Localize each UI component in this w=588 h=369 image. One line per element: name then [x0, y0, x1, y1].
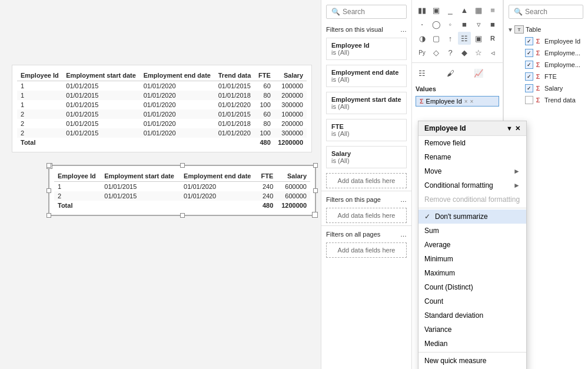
viz-more1[interactable]: ≡ — [486, 4, 499, 16]
viz-decomp[interactable]: ◆ — [458, 46, 471, 59]
menu-new-quick-measure[interactable]: New quick measure — [418, 354, 526, 368]
table-icon: T — [514, 25, 524, 34]
canvas-area: Employee Id Employment start date Employ… — [0, 0, 321, 369]
menu-count-distinct[interactable]: Count (Distinct) — [418, 280, 526, 294]
handle-top-right[interactable] — [313, 163, 318, 168]
sigma-icon-trend: Σ — [533, 96, 543, 104]
viz-column[interactable]: ▦ — [472, 4, 485, 16]
field-checkbox-emp-end[interactable]: ✓ — [525, 49, 533, 57]
handle-top-left[interactable] — [46, 163, 51, 168]
tree-emp-end[interactable]: ✓ Σ Employme... — [506, 47, 586, 59]
menu-variance[interactable]: Variance — [418, 323, 526, 337]
handle-bottom-right[interactable] — [313, 213, 318, 218]
tree-emp-start[interactable]: ✓ Σ Employme... — [506, 59, 586, 71]
bottom-table-visual: Employee Id Employment start date Employ… — [48, 165, 316, 216]
menu-remove-field[interactable]: Remove field — [418, 136, 526, 150]
handle-top[interactable] — [180, 163, 185, 168]
format-fields-icon[interactable]: ☷ — [416, 67, 428, 79]
viz-area[interactable]: ▲ — [458, 4, 471, 16]
viz-treemap[interactable]: ■ — [458, 18, 471, 31]
field-checkbox-fte[interactable]: ✓ — [525, 72, 533, 81]
viz-donut[interactable]: ◦ — [444, 18, 457, 31]
viz-gauge[interactable]: ◑ — [416, 32, 428, 45]
menu-minimum[interactable]: Minimum — [418, 252, 526, 266]
arrow-right-icon: ► — [513, 167, 520, 175]
handle-bottom-left[interactable] — [46, 213, 51, 218]
viz-kpi[interactable]: ↑ — [444, 32, 457, 45]
field-label-trend: Trend data — [544, 97, 584, 104]
handle-left[interactable] — [46, 188, 51, 193]
table-row: 201/01/201501/01/202001/01/201560100000 — [17, 109, 307, 119]
menu-move[interactable]: Move ► — [418, 164, 526, 178]
tree-employee-id[interactable]: ✓ Σ Employee Id — [506, 35, 586, 47]
tree-fte[interactable]: ✓ Σ FTE — [506, 71, 586, 82]
field-label-salary: Salary — [544, 85, 584, 92]
col-employee-id-b: Employee Id — [54, 171, 101, 182]
arrow-right-icon-2: ► — [513, 181, 520, 190]
fields-search-box[interactable]: 🔍 — [509, 5, 583, 19]
add-data-visual-btn[interactable]: Add data fields here — [326, 173, 407, 188]
viz-key[interactable]: ☆ — [472, 46, 485, 59]
viz-scatter[interactable]: ⋅ — [416, 18, 428, 31]
viz-clustered-bar[interactable]: ▣ — [430, 4, 443, 16]
fields-search-input[interactable] — [525, 8, 578, 16]
menu-sum[interactable]: Sum — [418, 224, 526, 238]
context-menu-sort-icon[interactable]: ▼ — [506, 125, 513, 132]
viz-table[interactable]: ☷ — [458, 32, 471, 45]
col-salary-b: Salary — [277, 171, 310, 182]
tree-expand-icon[interactable]: ▼ — [507, 26, 514, 33]
tree-table-node[interactable]: ▼ T Table — [506, 24, 586, 35]
tree-salary[interactable]: ✓ Σ Salary — [506, 82, 586, 94]
viz-map[interactable]: ◇ — [430, 46, 443, 59]
viz-line[interactable]: ⎯ — [444, 4, 457, 16]
filter-card-salary[interactable]: Salary is (All) — [326, 146, 407, 168]
field-label-employee-id: Employee Id — [544, 38, 584, 45]
table-label: Table — [526, 26, 584, 33]
handle-right[interactable] — [313, 188, 318, 193]
field-checkbox-employee-id[interactable]: ✓ — [525, 37, 533, 45]
field-checkbox-trend[interactable] — [525, 96, 533, 104]
total-row: Total 480 1200000 — [17, 138, 307, 147]
viz-pie[interactable]: ◯ — [430, 18, 443, 31]
tree-trend[interactable]: Σ Trend data — [506, 94, 586, 106]
table-row: 101/01/201501/01/2020240600000 — [54, 182, 310, 192]
field-checkbox-salary[interactable]: ✓ — [525, 84, 533, 92]
filters-search-input[interactable] — [343, 8, 401, 16]
viz-r[interactable]: R — [486, 32, 499, 45]
top-data-table: Employee Id Employment start date Employ… — [17, 70, 307, 147]
viz-py[interactable]: Py — [416, 46, 428, 59]
sigma-icon-employee-id: Σ — [533, 37, 543, 45]
viz-custom[interactable]: ◃ — [486, 46, 499, 59]
filter-card-employee-id[interactable]: Employee Id is (All) — [326, 38, 407, 60]
handle-bottom[interactable] — [180, 213, 185, 218]
viz-qna[interactable]: ? — [444, 46, 457, 59]
menu-maximum[interactable]: Maximum — [418, 266, 526, 280]
filter-card-fte[interactable]: FTE is (All) — [326, 119, 407, 141]
menu-dont-summarize[interactable]: ✓ Don't summarize — [418, 210, 526, 224]
menu-conditional-format[interactable]: Conditional formatting ► — [418, 178, 526, 192]
add-data-page-btn[interactable]: Add data fields here — [326, 208, 407, 223]
employee-id-values-chip[interactable]: Σ Employee Id × × — [416, 96, 499, 107]
context-menu-close-icon[interactable]: ✕ — [515, 125, 520, 132]
viz-funnel[interactable]: ▿ — [472, 18, 485, 31]
format-paint-icon[interactable]: 🖌 — [444, 67, 457, 79]
menu-std-dev[interactable]: Standard deviation — [418, 308, 526, 323]
menu-median[interactable]: Median — [418, 337, 526, 351]
viz-stacked-bar[interactable]: ▮▮ — [416, 4, 428, 16]
filter-card-emp-start[interactable]: Employment start date is (All) — [326, 92, 407, 114]
table-row: 201/01/201501/01/2020240600000 — [54, 191, 310, 201]
viz-more2[interactable]: ■ — [486, 18, 499, 31]
chip-x-icon[interactable]: × — [470, 98, 474, 105]
viz-matrix[interactable]: ▣ — [472, 32, 485, 45]
add-data-all-btn[interactable]: Add data fields here — [326, 242, 407, 258]
chip-close-icon[interactable]: × — [464, 98, 468, 105]
menu-separator-2 — [418, 352, 526, 353]
viz-card[interactable]: ▢ — [430, 32, 443, 45]
format-analytics-icon[interactable]: 📈 — [472, 67, 485, 79]
filters-search-box[interactable]: 🔍 — [326, 5, 407, 19]
filter-card-emp-end[interactable]: Employment end date is (All) — [326, 65, 407, 87]
menu-count[interactable]: Count — [418, 294, 526, 308]
menu-average[interactable]: Average — [418, 238, 526, 252]
menu-rename[interactable]: Rename — [418, 150, 526, 164]
field-checkbox-emp-start[interactable]: ✓ — [525, 61, 533, 69]
